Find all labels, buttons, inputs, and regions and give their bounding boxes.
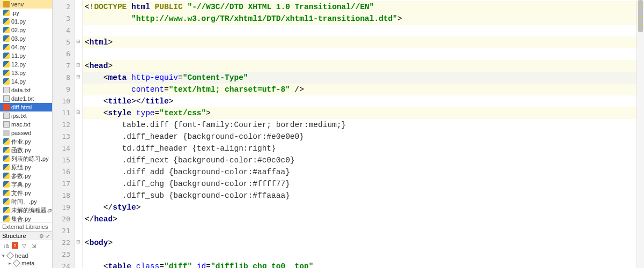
code-line-20[interactable]: </head> — [83, 213, 636, 225]
code-line-8[interactable]: <meta http-equiv="Content-Type" — [83, 72, 636, 84]
code-line-16[interactable]: .diff_add {background-color:#aaffaa} — [83, 166, 636, 178]
line-number[interactable]: 15 — [53, 154, 75, 166]
py-icon — [3, 181, 10, 188]
file-02.py[interactable]: 02.py — [0, 26, 52, 34]
code-line-22[interactable]: <body> — [83, 237, 636, 249]
file-11.py[interactable]: 11.py — [0, 51, 52, 60]
file-.py[interactable]: .py — [0, 9, 52, 17]
file-12.py[interactable]: 12.py — [0, 60, 52, 69]
line-number[interactable]: 14 — [53, 143, 75, 154]
html5-icon[interactable]: 5 — [12, 242, 18, 249]
file-mac.txt[interactable]: mac.txt — [0, 120, 52, 129]
code-line-14[interactable]: td.diff_header {text-align:right} — [83, 143, 636, 154]
line-number[interactable]: 13 — [53, 131, 75, 143]
line-number[interactable]: 12 — [53, 119, 75, 131]
line-number[interactable]: 9 — [53, 84, 75, 95]
sort-icon[interactable]: ↓a — [2, 242, 10, 249]
code-line-17[interactable]: .diff_chg {background-color:#ffff77} — [83, 178, 636, 190]
line-number[interactable]: 19 — [53, 202, 75, 213]
code-line-10[interactable]: <title></title> — [83, 95, 636, 107]
line-number[interactable]: 10 — [53, 95, 75, 107]
code-line-9[interactable]: content="text/html; charset=utf-8" /> — [83, 84, 636, 95]
file-04.py[interactable]: 04.py — [0, 43, 52, 51]
line-number[interactable]: 21 — [53, 225, 75, 237]
code-line-7[interactable]: <head> — [83, 60, 636, 72]
code-line-4[interactable] — [83, 25, 636, 36]
line-number[interactable]: 20 — [53, 213, 75, 225]
file-作业.py[interactable]: 作业.py — [0, 137, 52, 146]
code-line-15[interactable]: .diff_next {background-color:#c0c0c0} — [83, 154, 636, 166]
line-number[interactable]: 2 — [53, 1, 75, 13]
py-icon — [3, 18, 10, 25]
file-ips.txt[interactable]: ips.txt — [0, 111, 52, 120]
file-tree[interactable]: venv.py01.py02.py03.py04.py11.py12.py13.… — [0, 0, 52, 222]
file-文件.py[interactable]: 文件.py — [0, 189, 52, 197]
line-number[interactable]: 22 — [53, 237, 75, 249]
code-line-18[interactable]: .diff_sub {background-color:#ffaaaa} — [83, 190, 636, 202]
file-03.py[interactable]: 03.py — [0, 34, 52, 43]
file-label: data.txt — [11, 87, 31, 93]
structure-node-head[interactable]: ▾head — [2, 252, 50, 259]
code-line-5[interactable]: <html> — [83, 36, 636, 48]
line-number[interactable]: 3 — [53, 13, 75, 25]
file-label: 02.py — [11, 27, 26, 33]
code-line-23[interactable] — [83, 249, 636, 260]
file-venv[interactable]: venv — [0, 0, 52, 9]
line-number[interactable]: 17 — [53, 178, 75, 190]
line-number[interactable]: 5 — [53, 36, 75, 48]
structure-node-meta[interactable]: ▸meta — [2, 259, 50, 267]
line-number[interactable]: 4 — [53, 25, 75, 36]
file-时间、.py[interactable]: 时间、.py — [0, 197, 52, 206]
code-line-12[interactable]: table.diff {font-family:Courier; border:… — [83, 119, 636, 131]
file-passwd[interactable]: passwd — [0, 129, 52, 137]
fold-icon[interactable]: ⊟ — [76, 39, 81, 44]
file-参数.py[interactable]: 参数.py — [0, 172, 52, 180]
file-集合.py[interactable]: 集合.py — [0, 214, 52, 222]
code-line-11[interactable]: <style type="text/css"> — [83, 107, 636, 119]
file-icon — [3, 130, 10, 136]
file-data.txt[interactable]: data.txt — [0, 86, 52, 94]
code-line-13[interactable]: .diff_header {background-color:#e0e0e0} — [83, 131, 636, 143]
file-字典.py[interactable]: 字典.py — [0, 180, 52, 189]
py-icon — [3, 44, 10, 50]
fold-icon[interactable]: ⊟ — [76, 109, 81, 115]
line-number[interactable]: 18 — [53, 190, 75, 202]
code-line-6[interactable] — [83, 48, 636, 60]
vertical-scrollbar[interactable] — [636, 0, 644, 268]
file-diff.html[interactable]: diff.html — [0, 103, 52, 111]
code-line-24[interactable]: <table class="diff" id="difflib_chg_to0_… — [83, 260, 636, 268]
file-未解的编程题.py[interactable]: 未解的编程题.py — [0, 206, 52, 214]
file-01.py[interactable]: 01.py — [0, 17, 52, 26]
fold-icon[interactable]: ⊟ — [76, 62, 81, 68]
file-函数.py[interactable]: 函数.py — [0, 146, 52, 154]
line-number[interactable]: 16 — [53, 166, 75, 178]
file-原组.py[interactable]: 原组.py — [0, 163, 52, 172]
fold-icon[interactable]: ⊟ — [76, 74, 81, 79]
file-label: 字典.py — [11, 181, 31, 189]
line-number[interactable]: 23 — [53, 249, 75, 260]
structure-tree[interactable]: ▾head▸meta — [0, 251, 52, 268]
code-editor[interactable]: <!DOCTYPE html PUBLIC "-//W3C//DTD XHTML… — [83, 0, 636, 268]
fold-icon[interactable]: ⊟ — [76, 239, 81, 244]
fold-gutter[interactable]: ⊟⊟⊟⊟⊟ — [75, 0, 83, 268]
code-line-3[interactable]: "http://www.w3.org/TR/xhtml1/DTD/xhtml1-… — [83, 13, 636, 25]
file-14.py[interactable]: 14.py — [0, 77, 52, 86]
marker — [638, 5, 643, 6]
file-date1.txt[interactable]: date1.txt — [0, 94, 52, 103]
structure-settings-icon[interactable]: ⚙ ⤢ — [39, 233, 50, 239]
filter-icon[interactable]: ▽ — [20, 242, 28, 249]
code-line-19[interactable]: </style> — [83, 202, 636, 213]
code-line-2[interactable]: <!DOCTYPE html PUBLIC "-//W3C//DTD XHTML… — [83, 1, 636, 13]
code-line-21[interactable] — [83, 225, 636, 237]
structure-header[interactable]: Structure ⚙ ⤢ — [0, 232, 52, 240]
line-gutter[interactable]: 23456789101112131415161718192021222324 — [53, 0, 75, 268]
line-number[interactable]: 7 — [53, 60, 75, 72]
line-number[interactable]: 11 — [53, 107, 75, 119]
external-libraries[interactable]: External Libraries — [0, 222, 52, 231]
line-number[interactable]: 6 — [53, 48, 75, 60]
file-列表的练习.py[interactable]: 列表的练习.py — [0, 154, 52, 163]
line-number[interactable]: 24 — [53, 260, 75, 268]
expand-icon[interactable]: ⇲ — [30, 242, 38, 249]
file-13.py[interactable]: 13.py — [0, 69, 52, 77]
line-number[interactable]: 8 — [53, 72, 75, 84]
